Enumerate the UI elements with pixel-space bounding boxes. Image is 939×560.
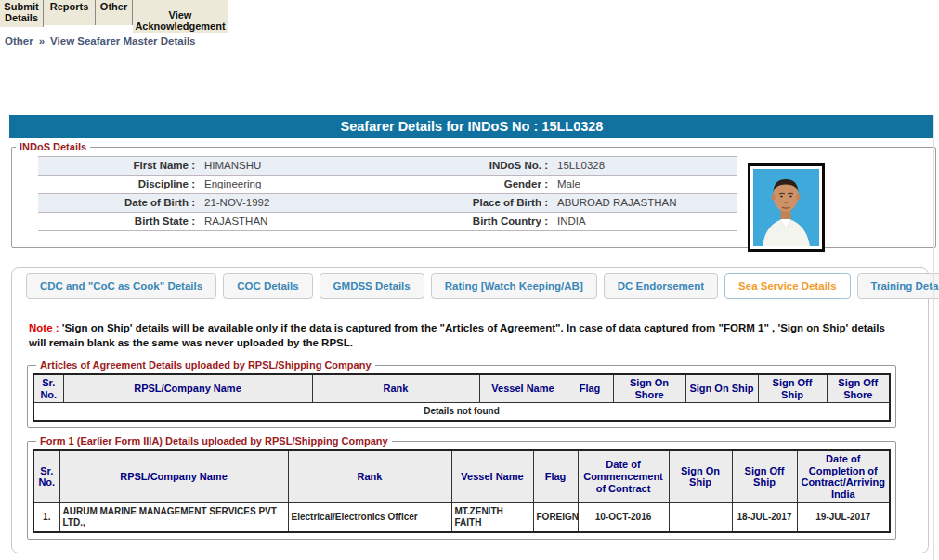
column-header-sign-off-shore: Sign Off Shore [827,374,890,403]
tab-dc-endorsement[interactable]: DC Endorsement [604,273,718,299]
column-header-sign-on-ship: Sign On Ship [685,374,758,403]
cell-date-of-completion: 19-JUL-2017 [797,502,890,532]
page-title: Seafarer Details for INDoS No : 15LL0328 [9,115,934,138]
tab-training-details[interactable]: Training Details [857,273,939,299]
column-header-flag: Flag [533,450,578,502]
column-header-sign-off-ship: Sign Off Ship [758,374,827,403]
indos-details-legend: INDoS Details [16,141,90,152]
column-header-sign-off-ship: Sign Off Ship [732,450,797,502]
menu-item-other[interactable]: Other [96,0,133,25]
column-header-sign-on-ship: Sign On Ship [669,450,732,502]
menu-item-view-acknowledgement[interactable]: View Acknowledgement [133,0,228,33]
discipline-value: Engineering [203,176,398,193]
column-header-date-of-completion: Date of Completion of Contract/Arriving … [797,450,890,502]
place-of-birth-value: ABUROAD RAJASTHAN [556,194,737,212]
column-header-rpsl-company-name: RPSL/Company Name [59,450,288,502]
sign-on-ship-note: Note : 'Sign on Ship' details will be av… [29,321,905,350]
column-header-vessel-name: Vessel Name [451,450,533,502]
birth-country-value: INDIA [556,213,737,230]
indos-no-value: 15LL0328 [556,157,737,175]
indos-row: Birth State : RAJASTHAN Birth Country : … [38,213,737,231]
tab-row: CDC and "CoC as Cook" Details COC Detail… [26,273,939,299]
page-right-edge-line [933,115,934,560]
articles-empty-row: Details not found [33,403,890,422]
articles-header-row: Sr. No. RPSL/Company Name Rank Vessel Na… [33,374,890,403]
column-header-rpsl-company-name: RPSL/Company Name [63,374,312,403]
date-of-birth-label: Date of Birth : [38,194,203,212]
cell-sr-no: 1. [33,502,59,532]
birth-country-label: Birth Country : [398,213,556,230]
form1-details-legend: Form 1 (Earlier Form IIIA) Details uploa… [36,436,392,447]
birth-state-value: RAJASTHAN [203,213,398,230]
breadcrumb-current: View Seafarer Master Details [50,35,195,46]
articles-of-agreement-fieldset: Articles of Agreement Details uploaded b… [27,359,896,428]
column-header-flag: Flag [567,374,613,403]
indos-row: Discipline : Engineering Gender : Male [38,176,737,194]
breadcrumb-root[interactable]: Other [5,35,33,46]
form1-header-row: Sr. No. RPSL/Company Name Rank Vessel Na… [33,450,890,502]
form1-details-fieldset: Form 1 (Earlier Form IIIA) Details uploa… [27,436,896,540]
indos-no-label: INDoS No. : [398,157,556,175]
birth-state-label: Birth State : [38,213,203,230]
first-name-value: HIMANSHU [203,157,398,175]
column-header-sr-no: Sr. No. [33,450,59,502]
form1-details-table: Sr. No. RPSL/Company Name Rank Vessel Na… [33,449,891,533]
tab-gmdss-details[interactable]: GMDSS Details [320,273,424,299]
breadcrumb-separator: » [39,35,45,46]
note-prefix: Note : [29,322,59,333]
tab-rating-watch-keeping-ab[interactable]: Rating [Watch Keeping/AB] [431,273,597,299]
first-name-label: First Name : [38,157,203,175]
indos-row: Date of Birth : 21-NOV-1992 Place of Bir… [38,194,737,213]
cell-rank: Electrical/Electronics Officer [288,502,451,532]
column-header-sign-on-shore: Sign On Shore [613,374,685,403]
tab-coc-details[interactable]: COC Details [223,273,312,299]
gender-label: Gender : [398,176,556,193]
main-menu-bar: Submit Details Reports Other View Acknow… [0,0,228,33]
indos-row: First Name : HIMANSHU INDoS No. : 15LL03… [38,156,737,176]
seafarer-photo-image [753,169,819,246]
column-header-date-of-commencement: Date of Commencement of Contract [578,450,669,502]
column-header-sr-no: Sr. No. [33,374,63,403]
cell-sign-off-ship: 18-JUL-2017 [732,502,797,532]
column-header-vessel-name: Vessel Name [479,374,567,403]
indos-details-grid: First Name : HIMANSHU INDoS No. : 15LL03… [38,156,737,231]
form1-data-row: 1. AURUM MARINE MANAGEMENT SERVICES PVT … [33,502,890,532]
column-header-rank: Rank [288,450,451,502]
breadcrumb: Other»View Seafarer Master Details [5,35,195,46]
menu-item-submit-details[interactable]: Submit Details [0,0,44,27]
cell-date-of-commencement: 10-OCT-2016 [578,502,669,532]
place-of-birth-label: Place of Birth : [398,194,556,212]
date-of-birth-value: 21-NOV-1992 [203,194,398,212]
tab-sea-service-details[interactable]: Sea Service Details [724,273,851,299]
discipline-label: Discipline : [38,176,203,193]
seafarer-tab-panel: CDC and "CoC as Cook" Details COC Detail… [11,267,929,553]
note-body: 'Sign on Ship' details will be available… [29,322,885,348]
gender-value: Male [556,176,737,193]
tab-cdc-coc-as-cook-details[interactable]: CDC and "CoC as Cook" Details [26,273,216,299]
cell-vessel-name: MT.ZENITH FAITH [451,502,533,532]
articles-of-agreement-table: Sr. No. RPSL/Company Name Rank Vessel Na… [33,373,891,422]
column-header-rank: Rank [312,374,479,403]
indos-details-fieldset: INDoS Details First Name : HIMANSHU INDo… [11,141,936,248]
details-not-found-message: Details not found [33,403,890,422]
seafarer-photo [748,163,825,252]
cell-flag: FOREIGN [533,502,578,532]
cell-sign-on-ship [669,502,732,532]
menu-item-reports[interactable]: Reports [44,0,96,25]
cell-rpsl-company-name: AURUM MARINE MANAGEMENT SERVICES PVT LTD… [59,502,288,532]
articles-of-agreement-legend: Articles of Agreement Details uploaded b… [36,359,375,371]
